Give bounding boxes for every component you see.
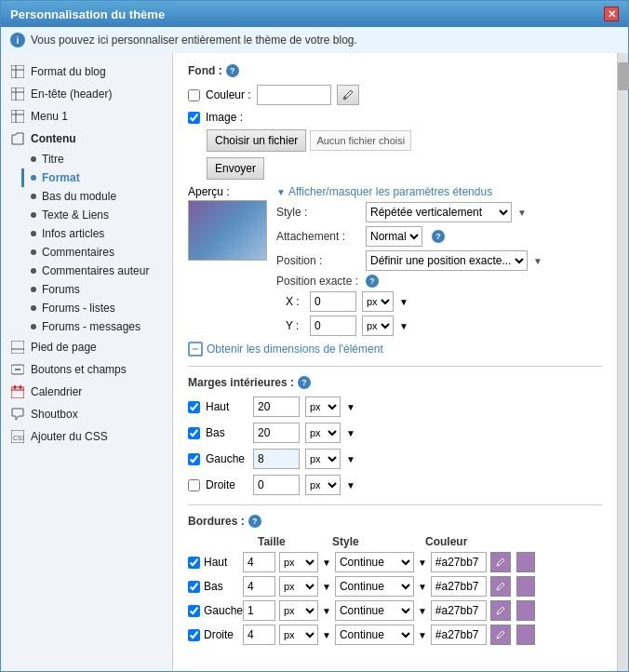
border-gauche-taille[interactable]: [243, 600, 275, 621]
border-gauche-style[interactable]: ContinuePointillésTirets: [335, 600, 414, 621]
sidebar-label-calendrier: Calendrier: [31, 385, 82, 398]
couleur-picker-button[interactable]: [337, 85, 359, 105]
sidebar-sub-commentaires-auteur[interactable]: Commentaires auteur: [21, 262, 172, 280]
couleur-label: Couleur :: [206, 88, 251, 101]
sidebar-item-shoutbox[interactable]: Shoutbox: [1, 403, 172, 425]
sidebar-sub-titre[interactable]: Titre: [21, 150, 172, 168]
sidebar-sub-label-commentaires: Commentaires: [42, 246, 114, 259]
y-unit-select[interactable]: px %: [362, 316, 394, 336]
choisir-fichier-button[interactable]: Choisir un fichier: [207, 129, 306, 152]
border-droite-style-chevron: ▼: [418, 630, 427, 640]
style-select[interactable]: Répétée verticalement Répétée horizontal…: [366, 202, 512, 222]
marges-droite-label: Droite: [206, 478, 248, 491]
scrollbar[interactable]: [617, 53, 628, 671]
obtain-dimensions-link[interactable]: Obtenir les dimensions de l'élément: [188, 342, 602, 356]
border-haut-checkbox[interactable]: [188, 557, 200, 569]
border-bas-style[interactable]: ContinuePointillésTirets: [335, 576, 414, 597]
sidebar-sub-format[interactable]: Format: [21, 168, 172, 187]
border-gauche-unit[interactable]: px%: [279, 600, 318, 621]
sidebar-label-contenu: Contenu: [31, 132, 76, 145]
border-droite-unit[interactable]: px%: [279, 625, 318, 645]
sidebar-item-menu1[interactable]: Menu 1: [1, 105, 172, 128]
border-droite-row: Droite px% ▼ ContinuePointillésTirets ▼: [188, 625, 602, 645]
sidebar-item-css[interactable]: CSS Ajouter du CSS: [1, 425, 172, 448]
border-bas-checkbox[interactable]: [188, 581, 200, 593]
marges-droite-unit[interactable]: px%em: [305, 475, 341, 495]
bordures-help-icon[interactable]: ?: [248, 515, 261, 528]
sidebar-item-pied-page[interactable]: Pied de page: [1, 336, 172, 358]
y-input[interactable]: [310, 316, 356, 336]
bordures-title: Bordures : ?: [188, 515, 602, 528]
sidebar-sub-infos-articles[interactable]: Infos articles: [21, 224, 172, 243]
envoyer-button[interactable]: Envoyer: [207, 157, 264, 180]
x-unit-select[interactable]: px %: [362, 291, 394, 312]
border-haut-style[interactable]: ContinuePointillésTirets: [335, 552, 414, 572]
style-param-row: Style : Répétée verticalement Répétée ho…: [276, 202, 542, 222]
border-gauche-checkbox[interactable]: [188, 605, 200, 617]
border-bas-unit[interactable]: px%: [279, 576, 318, 597]
border-haut-unit[interactable]: px%: [279, 552, 318, 572]
sidebar-sub-commentaires[interactable]: Commentaires: [21, 243, 172, 262]
sidebar-item-boutons[interactable]: Boutons et champs: [1, 358, 172, 381]
border-gauche-color-picker[interactable]: [490, 600, 511, 621]
border-bas-color-picker[interactable]: [490, 576, 511, 597]
sidebar-item-contenu[interactable]: Contenu: [1, 128, 172, 150]
dimensions-icon: [188, 342, 203, 356]
border-gauche-couleur-input[interactable]: [431, 600, 487, 621]
position-select[interactable]: Définir une position exacte... Haut gauc…: [366, 250, 528, 271]
marges-haut-checkbox[interactable]: [188, 401, 200, 413]
window-title: Personnalisation du thème: [10, 7, 165, 21]
marges-gauche-input[interactable]: [253, 449, 300, 469]
toggle-params-link[interactable]: ▼ Afficher/masquer les paramètres étendu…: [276, 185, 542, 198]
sidebar-sub-label-forums: Forums: [42, 283, 80, 296]
border-droite-style[interactable]: ContinuePointillésTirets: [335, 625, 414, 645]
marges-haut-input[interactable]: [253, 396, 300, 417]
attachement-help-icon[interactable]: ?: [432, 230, 445, 243]
marges-bas-unit[interactable]: px%em: [305, 423, 341, 443]
marges-droite-row: Droite px%em ▼: [188, 475, 602, 495]
border-bas-taille[interactable]: [243, 576, 275, 597]
border-bas-couleur-input[interactable]: [431, 576, 487, 597]
image-checkbox[interactable]: [188, 112, 200, 124]
fond-help-icon[interactable]: ?: [226, 64, 239, 77]
border-droite-couleur-input[interactable]: [431, 625, 487, 645]
couleur-input[interactable]: [257, 85, 331, 105]
border-haut-style-chevron: ▼: [418, 558, 427, 568]
sidebar-sub-texte-liens[interactable]: Texte & Liens: [21, 206, 172, 224]
marges-help-icon[interactable]: ?: [298, 376, 311, 389]
sidebar-sub-forums[interactable]: Forums: [21, 280, 172, 299]
marges-droite-checkbox[interactable]: [188, 479, 200, 491]
attachement-select[interactable]: Normal Fixe: [366, 226, 422, 247]
couleur-checkbox[interactable]: [188, 89, 200, 101]
position-exacte-help-icon[interactable]: ?: [366, 275, 379, 288]
attachement-label: Attachement :: [276, 230, 360, 243]
apercu-label: Aperçu :: [188, 185, 267, 198]
x-input[interactable]: [310, 291, 356, 312]
marges-bas-row: Bas px%em ▼: [188, 423, 602, 443]
marges-gauche-checkbox[interactable]: [188, 453, 200, 465]
border-haut-couleur-input[interactable]: [431, 552, 487, 572]
sidebar-item-entete[interactable]: En-tête (header): [1, 83, 172, 105]
scrollbar-thumb[interactable]: [618, 62, 629, 90]
apercu-preview: [188, 200, 267, 261]
sidebar-item-calendrier[interactable]: Calendrier: [1, 381, 172, 403]
sidebar: Format du blog En-tête (header) Menu 1: [1, 53, 173, 671]
border-haut-color-picker[interactable]: [490, 552, 511, 572]
bordures-label: Bordures :: [188, 515, 245, 528]
marges-bas-checkbox[interactable]: [188, 427, 200, 439]
marges-gauche-unit[interactable]: px%em: [305, 449, 341, 469]
border-haut-taille[interactable]: [243, 552, 275, 572]
marges-droite-input[interactable]: [253, 475, 300, 495]
sidebar-item-format-blog[interactable]: Format du blog: [1, 60, 172, 83]
sidebar-sub-forums-messages[interactable]: Forums - messages: [21, 317, 172, 336]
marges-bas-input[interactable]: [253, 423, 300, 443]
marges-haut-unit[interactable]: px%em: [305, 396, 341, 417]
y-unit-chevron: ▼: [399, 321, 408, 331]
border-droite-taille[interactable]: [243, 625, 275, 645]
border-droite-color-picker[interactable]: [490, 625, 511, 645]
border-droite-checkbox[interactable]: [188, 629, 200, 641]
sidebar-sub-forums-listes[interactable]: Forums - listes: [21, 299, 172, 317]
close-button[interactable]: ✕: [604, 7, 619, 21]
sidebar-sub-bas-module[interactable]: Bas du module: [21, 187, 172, 206]
sidebar-label-entete: En-tête (header): [31, 87, 112, 101]
